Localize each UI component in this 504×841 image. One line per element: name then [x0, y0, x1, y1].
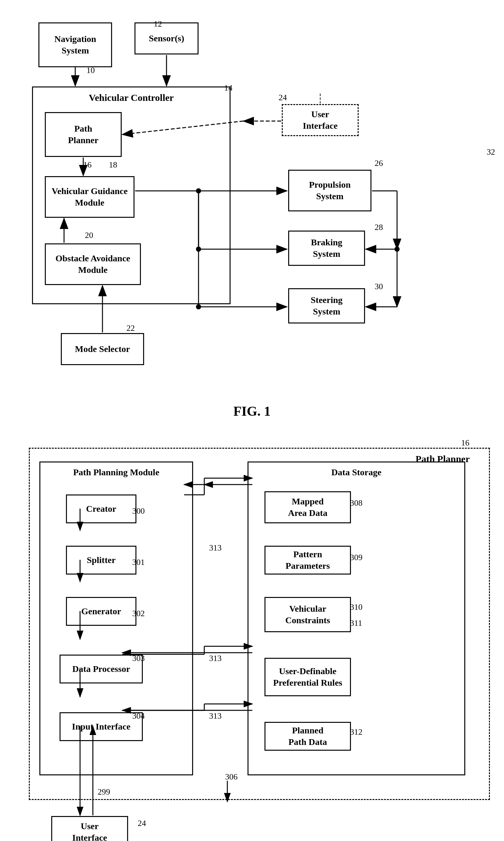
mapped-area-box: Mapped Area Data: [265, 491, 351, 523]
ref-313c: 313: [209, 711, 221, 721]
ref-28: 28: [375, 222, 383, 232]
input-interface-label: Input Interface: [72, 721, 131, 732]
vehicular-constraints-label: Vehicular Constraints: [285, 603, 330, 626]
steering-box: Steering System: [288, 288, 365, 323]
planned-path-label: Planned Path Data: [288, 725, 327, 748]
ref-24: 24: [138, 819, 146, 828]
path-planner-label: Path Planner: [68, 123, 98, 146]
path-planner-outer-box: Path Planner Path Planning Module Creato…: [29, 448, 490, 800]
user-interface-fig2-box: User Interface: [51, 816, 128, 841]
ref-306: 306: [225, 772, 238, 782]
ref-301: 301: [132, 558, 145, 567]
braking-label: Braking System: [311, 237, 342, 260]
ref-18: 18: [109, 160, 117, 170]
ppm-box: Path Planning Module Creator Splitter Ge…: [39, 462, 193, 775]
user-interface-label: User Interface: [303, 109, 338, 132]
ref-16: 16: [83, 160, 92, 170]
user-definable-box: User-Definable Preferential Rules: [265, 658, 351, 696]
ref-26: 26: [375, 159, 383, 168]
mapped-area-label: Mapped Area Data: [288, 496, 327, 519]
planned-path-box: Planned Path Data: [265, 722, 351, 751]
oam-label: Obstacle Avoidance Module: [55, 253, 130, 276]
pattern-params-box: Pattern Parameters: [265, 546, 351, 575]
path-planner-box: Path Planner: [45, 112, 122, 157]
ref-299: 299: [98, 787, 110, 797]
user-interface-box: User Interface: [282, 104, 359, 136]
braking-box: Braking System: [288, 231, 365, 266]
sensors-label: Sensor(s): [149, 33, 184, 44]
creator-box: Creator: [66, 495, 137, 523]
vgm-box: Vehicular Guidance Module: [45, 176, 134, 218]
fig1-diagram: Navigation System Sensor(s) Vehicular Co…: [19, 13, 485, 391]
fig1-label: FIG. 1: [19, 404, 485, 419]
ref-12: 12: [154, 19, 162, 29]
ref-312: 312: [350, 727, 362, 737]
oam-box: Obstacle Avoidance Module: [45, 244, 141, 285]
creator-label: Creator: [86, 503, 116, 515]
user-definable-label: User-Definable Preferential Rules: [273, 665, 342, 689]
propulsion-box: Propulsion System: [288, 170, 372, 211]
user-interface-fig2-label: User Interface: [72, 821, 107, 841]
svg-point-16: [196, 304, 201, 309]
data-storage-label: Data Storage: [331, 467, 381, 478]
ref-16-fig2: 16: [461, 438, 469, 448]
data-processor-label: Data Processor: [72, 663, 130, 675]
vgm-label: Vehicular Guidance Module: [52, 185, 127, 209]
ref-310: 310: [350, 603, 362, 612]
ref-20: 20: [85, 231, 93, 240]
ref-30: 30: [375, 282, 383, 291]
ref-14: 14: [224, 83, 232, 93]
ref-303: 303: [132, 654, 145, 663]
vehicular-controller-label: Vehicular Controller: [89, 92, 174, 103]
svg-point-19: [395, 247, 400, 252]
ref-309: 309: [350, 553, 362, 562]
ref-22: 22: [126, 323, 135, 333]
splitter-box: Splitter: [66, 546, 137, 575]
ref-308: 308: [350, 498, 362, 508]
ppm-label: Path Planning Module: [73, 467, 159, 478]
pattern-params-label: Pattern Parameters: [286, 549, 330, 572]
navigation-system-label: Navigation System: [54, 33, 96, 57]
fig2-diagram: Path Planner Path Planning Module Creato…: [19, 432, 485, 841]
input-interface-box: Input Interface: [59, 712, 143, 741]
ref-32: 32: [487, 147, 495, 157]
navigation-system-box: Navigation System: [38, 22, 112, 67]
ref-311: 311: [350, 619, 362, 628]
ref-313a: 313: [209, 543, 221, 553]
sensors-box: Sensor(s): [134, 22, 199, 54]
ref-24: 24: [278, 93, 287, 103]
ref-313b: 313: [209, 654, 221, 663]
steering-label: Steering System: [311, 294, 343, 318]
data-processor-box: Data Processor: [59, 655, 143, 683]
mode-selector-label: Mode Selector: [75, 343, 130, 355]
ref-300: 300: [132, 506, 145, 516]
ref-304: 304: [132, 711, 145, 721]
ref-302: 302: [132, 609, 145, 619]
mode-selector-box: Mode Selector: [61, 333, 144, 365]
generator-label: Generator: [81, 606, 121, 617]
ref-10: 10: [87, 66, 95, 75]
splitter-label: Splitter: [87, 554, 115, 566]
propulsion-label: Propulsion System: [309, 179, 350, 202]
generator-box: Generator: [66, 597, 137, 626]
vehicular-constraints-box: Vehicular Constraints: [265, 597, 351, 632]
